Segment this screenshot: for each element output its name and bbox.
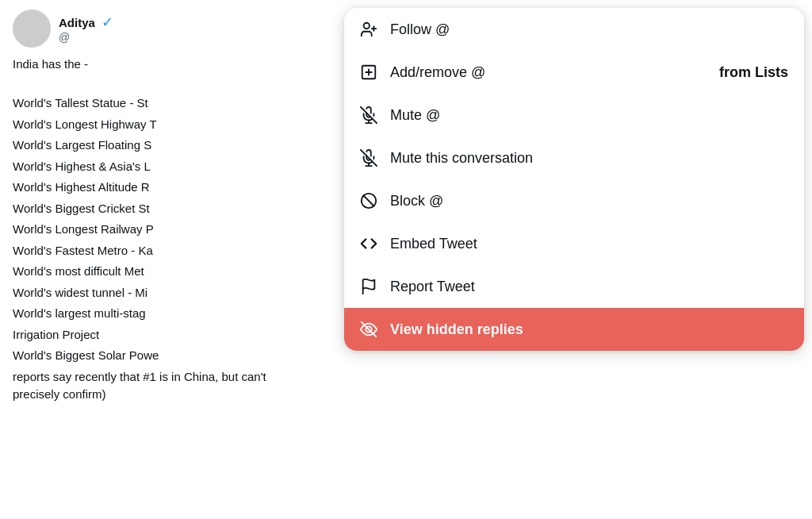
mute-label: Mute @	[390, 107, 788, 124]
menu-item-mute-convo[interactable]: Mute this conversation	[344, 136, 804, 179]
follow-label: Follow @	[390, 21, 788, 38]
tweet-line-1: World's Longest Highway T	[13, 116, 282, 134]
from-lists-label: from Lists	[719, 64, 788, 81]
mute-convo-label: Mute this conversation	[390, 150, 788, 167]
flag-icon	[360, 278, 377, 295]
tweet-line-5: World's Biggest Cricket St	[13, 200, 282, 218]
menu-item-mute[interactable]: Mute @	[344, 94, 804, 136]
tweet-line-3: World's Highest & Asia's L	[13, 158, 282, 176]
svg-line-13	[364, 196, 374, 206]
tweet-line-13: reports say recently that #1 is in China…	[13, 368, 282, 404]
avatar	[13, 10, 51, 48]
tweet-line-6: World's Longest Railway P	[13, 221, 282, 239]
person-add-icon	[360, 21, 377, 38]
embed-icon	[360, 235, 377, 252]
tweet-line-7: World's Fastest Metro - Ka	[13, 242, 282, 260]
mute-convo-icon	[360, 149, 377, 167]
dropdown-menu: Follow @ Add/remove @ from Lists	[344, 8, 804, 351]
tweet-line-8: World's most difficult Met	[13, 263, 282, 281]
view-hidden-label: View hidden replies	[390, 321, 788, 338]
user-info: Aditya ✓ @	[59, 13, 113, 44]
tweet-line-9: World's widest tunnel - Mi	[13, 284, 282, 302]
tweet-line-10: World's largest multi-stag	[13, 305, 282, 323]
tweet-intro: India has the -	[13, 56, 282, 74]
tweet-line-0: World's Tallest Statue - St	[13, 94, 282, 113]
username: Aditya	[59, 16, 95, 29]
menu-item-embed[interactable]: Embed Tweet	[344, 222, 804, 265]
handle: @	[59, 31, 113, 44]
list-add-icon	[360, 63, 377, 81]
tweet-line-12: World's Biggest Solar Powe	[13, 347, 282, 365]
tweet-container: Aditya ✓ @ India has the - World's Talle…	[0, 0, 812, 417]
tweet-line-2: World's Largest Floating S	[13, 136, 282, 155]
menu-item-follow[interactable]: Follow @	[344, 8, 804, 51]
report-label: Report Tweet	[390, 279, 788, 295]
mute-icon	[360, 106, 377, 124]
menu-item-view-hidden[interactable]: View hidden replies	[344, 308, 804, 351]
menu-item-add-remove[interactable]: Add/remove @ from Lists	[344, 51, 804, 94]
svg-point-0	[364, 23, 370, 29]
menu-item-block[interactable]: Block @	[344, 179, 804, 222]
hidden-replies-icon	[360, 321, 377, 338]
tweet-content: India has the - World's Tallest Statue -…	[13, 56, 282, 404]
svg-line-16	[362, 322, 376, 336]
menu-item-report[interactable]: Report Tweet	[344, 265, 804, 308]
block-icon	[360, 192, 377, 210]
tweet-line-11: Irrigation Project	[13, 326, 282, 344]
block-label: Block @	[390, 193, 788, 210]
tweet-line-4: World's Highest Altitude R	[13, 179, 282, 197]
verified-badge: ✓	[102, 13, 113, 31]
add-remove-label: Add/remove @	[390, 64, 707, 81]
embed-label: Embed Tweet	[390, 236, 788, 252]
